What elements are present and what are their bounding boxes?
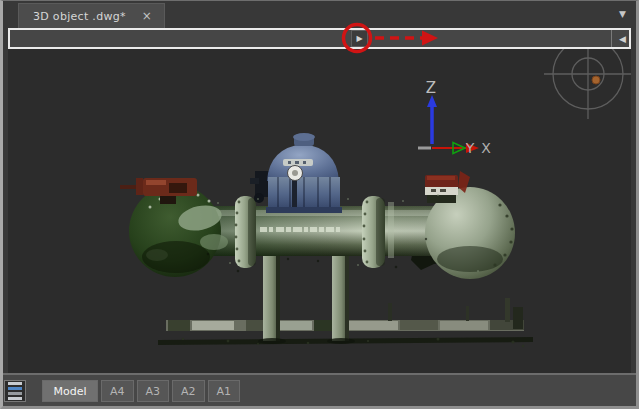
svg-text:X: X [481, 140, 491, 156]
ribbon-divider [611, 30, 612, 47]
ribbon-expand-button[interactable]: ▶ [351, 30, 368, 47]
valve-actuator [250, 133, 342, 213]
svg-text:Z: Z [426, 79, 436, 97]
layout-tabs: Model A4 A3 A2 A1 [42, 380, 240, 402]
orbit-compass-icon [544, 49, 631, 119]
layout-list-icon [8, 382, 22, 385]
tab-a3[interactable]: A3 [137, 380, 170, 402]
layout-tab-bar: Model A4 A3 A2 A1 [0, 373, 639, 409]
document-tab-bar: 3D object .dwg* × ▼ [0, 0, 639, 28]
model-viewport[interactable]: Z Y X [8, 49, 631, 373]
pipe-stencil-label [260, 227, 340, 232]
tab-a4[interactable]: A4 [101, 380, 134, 402]
collapsed-ribbon-strip: ▶ ◀ [8, 28, 631, 49]
document-tab-title: 3D object .dwg* [33, 10, 126, 23]
tab-model[interactable]: Model [42, 380, 98, 402]
svg-text:Y: Y [465, 140, 475, 156]
point-cloud-model [120, 133, 533, 347]
quick-view-layouts-button[interactable] [4, 380, 26, 402]
ribbon-collapse-button[interactable]: ◀ [613, 31, 627, 46]
ucs-axis-icon: Z Y X [418, 79, 491, 156]
tab-a2[interactable]: A2 [172, 380, 205, 402]
chevron-down-icon[interactable]: ▼ [619, 9, 626, 19]
cad-application-window: 3D object .dwg* × ▼ ▶ ◀ [0, 0, 639, 409]
document-tab[interactable]: 3D object .dwg* × [18, 3, 165, 28]
close-icon[interactable]: × [140, 10, 154, 22]
viewport-canvas: Z Y X [8, 49, 631, 373]
tab-a1[interactable]: A1 [208, 380, 241, 402]
